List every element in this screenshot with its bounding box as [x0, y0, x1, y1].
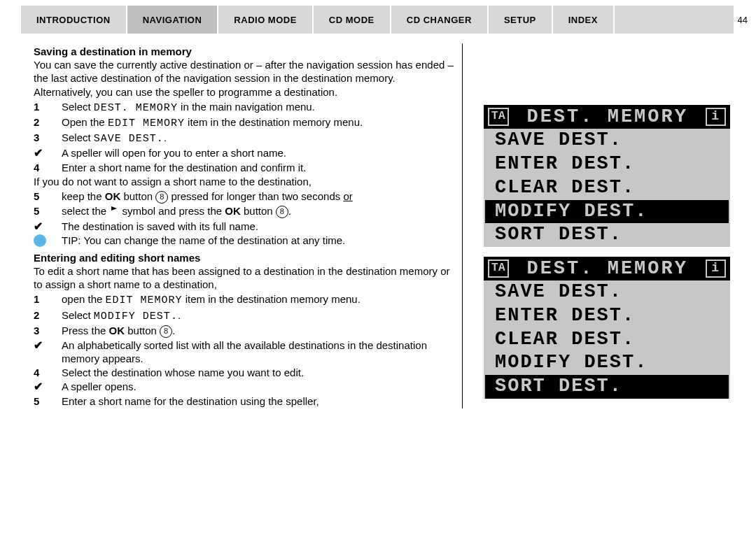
tab-radio-mode[interactable]: Radio Mode: [218, 6, 314, 34]
tab-cd-changer[interactable]: Cd Changer: [391, 6, 489, 34]
mono-text: MODIFY DEST.: [94, 311, 178, 322]
intro-paragraph-1: You can save the currently active destin…: [34, 58, 454, 99]
step-number: 2: [34, 308, 62, 323]
check-icon: ✔: [34, 380, 62, 393]
text: open the: [62, 293, 106, 305]
result-row: ✔ An alphabetically sorted list with all…: [34, 339, 454, 365]
text: .: [172, 325, 175, 336]
step-number: 1: [34, 292, 62, 307]
lcd-title-bar: TA DEST. MEMORY i: [484, 105, 730, 129]
step-number: 3: [34, 131, 62, 145]
step-text: open the EDIT MEMORY item in the destina…: [62, 292, 454, 307]
result-text: An alphabetically sorted list with all t…: [62, 339, 454, 365]
text: symbol and press the: [119, 205, 225, 217]
lcd-item: MODIFY DEST.: [484, 351, 730, 375]
button-ref-icon: 8: [276, 206, 288, 218]
tab-navigation[interactable]: Navigation: [127, 6, 219, 34]
heading-saving-destination: Saving a destination in memory: [34, 45, 454, 58]
text: button: [120, 190, 155, 202]
lcd-item: ENTER DEST.: [484, 304, 730, 328]
step-text: Select SAVE DEST..: [62, 131, 454, 145]
tip-row: TIP: You can change the name of the dest…: [34, 234, 454, 247]
text: .: [178, 309, 181, 321]
text: Select: [62, 309, 94, 321]
lcd-item-selected: SORT DEST.: [485, 375, 729, 399]
text: keep the: [62, 190, 105, 202]
paragraph: If you do not want to assign a short nam…: [34, 175, 454, 188]
result-row: ✔ A speller opens.: [34, 380, 454, 393]
ta-icon: TA: [488, 108, 509, 126]
step-3: 3 Select SAVE DEST..: [34, 131, 454, 145]
step-5b: 5 select the symbol and press the OK but…: [34, 204, 454, 219]
lcd-item: CLEAR DEST.: [484, 328, 730, 352]
step-text: Press the OK button 8.: [62, 324, 454, 338]
step-1: 1 Select DEST. MEMORY in the main naviga…: [34, 100, 454, 115]
check-icon: ✔: [34, 220, 62, 233]
text: Select: [62, 132, 94, 143]
button-ref-icon: 8: [155, 191, 168, 204]
intro-paragraph-2: To edit a short name that has been assig…: [34, 264, 454, 291]
step-text: keep the OK button 8 pressed for longer …: [62, 190, 454, 204]
lcd-item: SAVE DEST.: [484, 280, 730, 304]
tab-introduction[interactable]: Introduction: [21, 6, 127, 34]
tab-cd-mode[interactable]: Cd Mode: [314, 6, 391, 34]
step-text: Enter a short name for the destination u…: [62, 395, 454, 408]
button-ref-icon: 8: [160, 325, 172, 338]
check-icon: ✔: [34, 339, 62, 365]
text: in the main navigation menu.: [178, 101, 315, 113]
lcd-screen-1: TA DEST. MEMORY i SAVE DEST. ENTER DEST.…: [484, 105, 730, 247]
step-number: 5: [34, 204, 62, 219]
step-4: 4 Enter a short name for the destination…: [34, 161, 454, 174]
lcd-item: SORT DEST.: [484, 223, 730, 247]
step-number: 3: [34, 324, 62, 338]
lcd-title-text: DEST. MEMORY: [516, 258, 699, 279]
bold-text: OK: [109, 325, 125, 336]
lcd-title-text: DEST. MEMORY: [516, 106, 699, 127]
text: button: [125, 325, 160, 336]
ta-icon: TA: [488, 260, 509, 278]
step-2: 2 Open the EDIT MEMORY item in the desti…: [34, 115, 454, 130]
info-icon: i: [706, 260, 726, 278]
result-row: ✔ A speller will open for you to enter a…: [34, 146, 454, 159]
text: select the: [62, 205, 109, 217]
mono-text: EDIT MEMORY: [106, 294, 183, 306]
step-number: 4: [34, 366, 62, 379]
check-icon: ✔: [34, 146, 62, 159]
or-text: or: [343, 190, 352, 202]
tab-index[interactable]: Index: [553, 6, 615, 34]
step-b1: 1 open the EDIT MEMORY item in the desti…: [34, 292, 454, 307]
text: Select: [62, 101, 94, 113]
mono-text: EDIT MEMORY: [108, 118, 185, 129]
text: Press the: [62, 325, 109, 336]
text: item in the destination memory menu.: [185, 116, 363, 128]
step-number: 2: [34, 115, 62, 130]
step-b2: 2 Select MODIFY DEST..: [34, 308, 454, 323]
step-number: 4: [34, 161, 62, 174]
lcd-item: ENTER DEST.: [484, 152, 730, 176]
step-b5: 5 Enter a short name for the destination…: [34, 395, 454, 408]
top-tab-bar: Introduction Navigation Radio Mode Cd Mo…: [21, 6, 748, 34]
step-number: 5: [34, 190, 62, 204]
mono-text: DEST. MEMORY: [94, 102, 178, 114]
lcd-item-selected: MODIFY DEST.: [485, 200, 729, 224]
tab-setup[interactable]: Setup: [489, 6, 553, 34]
step-text: Select DEST. MEMORY in the main navigati…: [62, 100, 454, 115]
result-text: The destination is saved with its full n…: [62, 220, 454, 233]
body-text-column: Saving a destination in memory You can s…: [34, 43, 463, 408]
bold-text: OK: [105, 190, 121, 202]
tip-dot-icon: [34, 234, 62, 247]
step-text: Select MODIFY DEST..: [62, 308, 454, 323]
step-b4: 4 Select the destination whose name you …: [34, 366, 454, 379]
step-5a: 5 keep the OK button 8 pressed for longe…: [34, 190, 454, 204]
lcd-item: SAVE DEST.: [484, 129, 730, 152]
text: .: [164, 132, 167, 143]
step-text: select the symbol and press the OK butto…: [62, 204, 454, 219]
step-text: Enter a short name for the destination a…: [62, 161, 454, 174]
step-text: Open the EDIT MEMORY item in the destina…: [62, 115, 454, 130]
illustration-column: TA DEST. MEMORY i SAVE DEST. ENTER DEST.…: [463, 43, 735, 408]
lcd-title-bar: TA DEST. MEMORY i: [484, 257, 730, 280]
text: item in the destination memory menu.: [183, 293, 360, 305]
page-number: 44: [734, 6, 748, 34]
bold-text: OK: [225, 205, 241, 217]
heading-editing-short-names: Entering and editing short names: [34, 251, 454, 264]
